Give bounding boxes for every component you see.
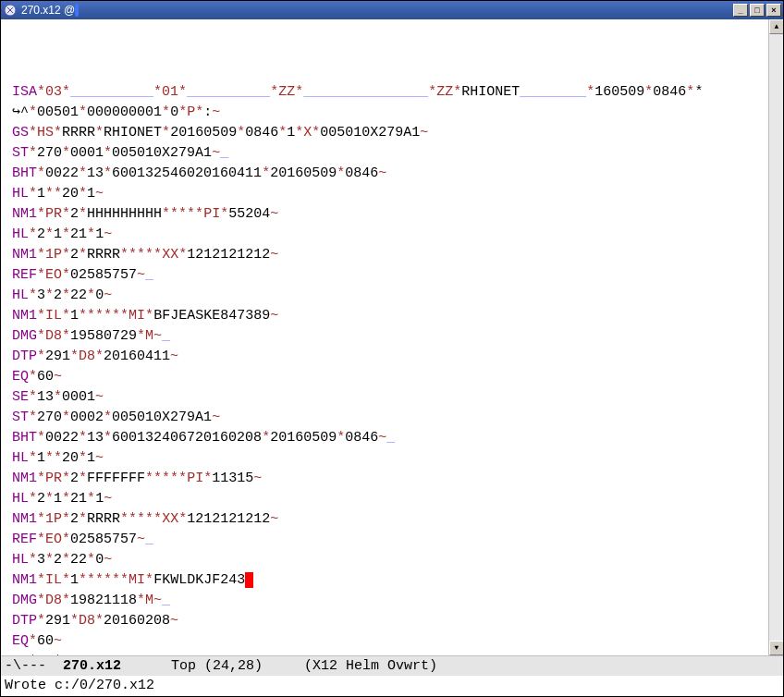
- token-star: *: [37, 532, 45, 547]
- token-star: *: [270, 84, 278, 100]
- token-val: 1: [54, 491, 62, 507]
- maximize-button[interactable]: □: [750, 4, 765, 17]
- token-tag: SE: [12, 654, 29, 655]
- code-line: REF*EO*02585757~: [12, 265, 776, 286]
- token-star: *: [87, 226, 95, 242]
- token-star: *: [262, 430, 270, 446]
- token-val: [386, 430, 395, 446]
- scroll-down-icon[interactable]: ▼: [769, 641, 783, 655]
- scroll-up-icon[interactable]: ▲: [769, 19, 783, 34]
- token-val: 600132406720160208: [112, 430, 262, 446]
- token-tag: GS: [12, 125, 29, 141]
- code-line: NM1*IL*1******MI*FKWLDKJF243~: [12, 570, 776, 591]
- close-button[interactable]: ×: [766, 4, 781, 17]
- token-val: 11315: [212, 471, 253, 486]
- token-star: *: [29, 389, 37, 405]
- token-id: 03: [45, 84, 62, 100]
- token-val: 3: [37, 287, 45, 303]
- token-val: [162, 328, 170, 344]
- token-star: *: [87, 491, 95, 507]
- token-val: 1: [87, 450, 95, 466]
- titlebar[interactable]: 270.x12 @ _ □ ×: [1, 1, 783, 19]
- token-star: *: [29, 104, 37, 120]
- token-star: *: [104, 430, 112, 446]
- token-tag: HL: [12, 287, 29, 303]
- token-star: *****: [120, 511, 162, 527]
- modeline-mid: Top (24,28) (X12 Helm Ovwrt): [121, 658, 437, 674]
- token-tag: NM1: [12, 471, 37, 486]
- token-star: *: [104, 410, 112, 425]
- minibuffer: Wrote c:/0/270.x12: [1, 676, 783, 696]
- modeline: -\--- 270.x12 Top (24,28) (X12 Helm Ovwr…: [1, 655, 783, 676]
- token-tilde: ~: [253, 471, 262, 486]
- token-val: 55204: [228, 206, 270, 222]
- token-val: 0846: [345, 430, 378, 446]
- token-star: *: [137, 593, 145, 608]
- token-tag: NM1: [12, 511, 37, 527]
- token-tilde: ~: [153, 593, 162, 608]
- token-id: PI: [187, 471, 203, 486]
- minimize-button[interactable]: _: [733, 4, 748, 17]
- token-val: 1212121212: [187, 247, 270, 263]
- token-id: XX: [162, 511, 178, 527]
- token-tag: DMG: [12, 328, 37, 344]
- token-val: 13: [87, 165, 104, 181]
- editor-area[interactable]: ▲ ▼ ISA*03* *01* *ZZ* *ZZ*RHIONET *16050…: [1, 19, 783, 655]
- app-window: 270.x12 @ _ □ × ▲ ▼ ISA*03* *01* *ZZ* *Z…: [0, 0, 784, 697]
- code-line: SE*13*0001~: [12, 387, 776, 408]
- token-star: *: [37, 267, 45, 283]
- token-val: 0001: [62, 389, 95, 405]
- token-star: *: [37, 593, 45, 608]
- token-star: *: [29, 369, 37, 385]
- token-val: RHIONET: [461, 84, 520, 100]
- token-star: *: [62, 471, 70, 486]
- token-star: *: [62, 226, 70, 242]
- token-star: *: [62, 145, 70, 161]
- token-val: 02585757: [70, 267, 137, 283]
- token-val: 270: [37, 410, 62, 425]
- token-id: P: [187, 104, 195, 120]
- token-tilde: ~: [212, 104, 220, 120]
- code-line: BHT*0022*13*600132546020160411*20160509*…: [12, 164, 776, 184]
- token-star: *: [37, 348, 45, 364]
- token-star: *: [95, 125, 104, 141]
- code-line: HL*1**20*1~: [12, 448, 776, 469]
- token-tilde: ~: [378, 430, 386, 446]
- token-tag: HL: [12, 491, 29, 507]
- code-line: REF*EO*02585757~: [12, 530, 776, 550]
- token-val: 2: [70, 471, 79, 486]
- token-tag: BHT: [12, 430, 37, 446]
- token-star: *: [295, 84, 303, 100]
- token-id: 1P: [45, 511, 62, 527]
- code-line: DTP*291*D8*20160208~: [12, 611, 776, 631]
- token-val: 2: [37, 226, 45, 242]
- token-val: 0846: [245, 125, 278, 141]
- token-tag: DTP: [12, 613, 37, 629]
- token-id: D8: [45, 328, 62, 344]
- token-val: ^: [20, 104, 29, 120]
- token-id: D8: [79, 613, 95, 629]
- token-star: *: [62, 532, 70, 547]
- vertical-scrollbar[interactable]: ▲ ▼: [768, 19, 783, 655]
- token-tag: NM1: [12, 572, 37, 588]
- token-star: *: [29, 287, 37, 303]
- token-star: *: [45, 552, 54, 568]
- token-id: IL: [45, 572, 62, 588]
- token-val: 00501: [37, 104, 79, 120]
- token-val: 3: [37, 552, 45, 568]
- token-val: [145, 267, 153, 283]
- token-star: *: [79, 206, 87, 222]
- token-tilde: ~: [170, 613, 178, 629]
- token-star: *: [37, 572, 45, 588]
- token-star: *: [95, 613, 104, 629]
- token-val: 2: [70, 206, 79, 222]
- token-star: *: [54, 389, 62, 405]
- token-val: 20160509: [270, 430, 337, 446]
- token-tag: BHT: [12, 165, 37, 181]
- code-line: ST*270*0001*005010X279A1~: [12, 143, 776, 164]
- token-tilde: ~: [95, 389, 104, 405]
- token-id: X: [303, 125, 312, 141]
- token-star: *: [29, 633, 37, 649]
- token-star: *: [37, 308, 45, 324]
- token-tag: REF: [12, 267, 37, 283]
